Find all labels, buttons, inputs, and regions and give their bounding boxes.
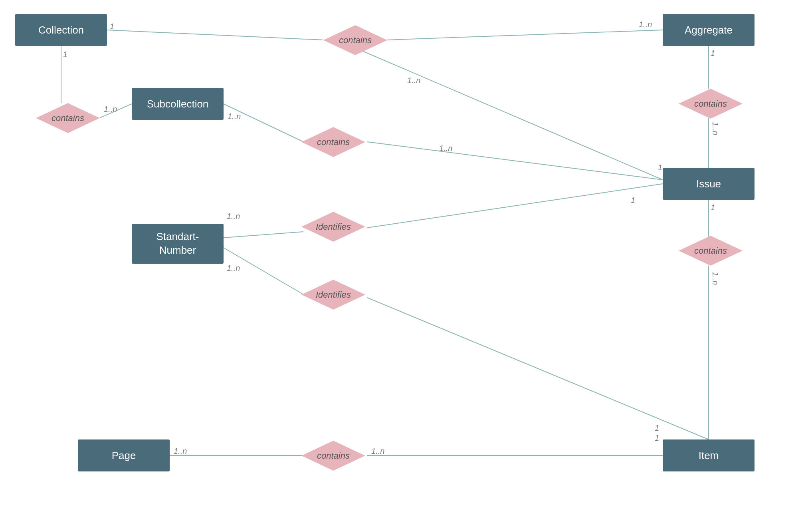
diamond-contains-page: contains <box>301 441 365 471</box>
entity-aggregate: Aggregate <box>663 14 755 46</box>
mult-identifies-top-issue: 1 <box>631 196 635 205</box>
mult-contains-top-aggregate: 1..n <box>639 20 652 29</box>
mult-collection-contains-top-left: 1 <box>110 22 114 31</box>
svg-line-12 <box>367 298 709 439</box>
diamond-contains-sub: contains <box>301 127 365 157</box>
diamond-identifies-bot: Identifies <box>301 280 365 310</box>
mult-issue-contains-sub: 1 <box>658 163 662 172</box>
diamond-contains-issue: contains <box>679 236 743 266</box>
mult-aggregate-down: 1 <box>711 49 715 58</box>
mult-collection-down: 1 <box>63 50 67 59</box>
mult-item-from-page: 1 <box>655 433 659 443</box>
svg-line-1 <box>387 30 663 40</box>
mult-issue-contains-issue: 1 <box>711 203 715 212</box>
entity-standart-number: Standart-Number <box>132 224 224 264</box>
mult-std-identifies-bot: 1..n <box>227 264 240 273</box>
mult-contains-sub-issue: 1..n <box>439 144 452 153</box>
mult-contains-agg-issue: 1..n <box>711 122 720 135</box>
diamond-identifies-top: Identifies <box>301 212 365 242</box>
diagram-container: Collection Aggregate Subcollection Issue… <box>0 0 812 513</box>
svg-line-9 <box>224 232 303 238</box>
mult-contains-page-item: 1..n <box>371 447 384 456</box>
svg-line-6 <box>367 142 663 180</box>
mult-identifies-bot-item: 1 <box>655 424 659 433</box>
entity-page: Page <box>78 439 170 471</box>
svg-line-4 <box>355 48 663 180</box>
svg-line-5 <box>224 104 303 142</box>
mult-contains-top-issue: 1..n <box>407 76 420 85</box>
diamond-contains-left: contains <box>36 103 100 133</box>
mult-contains-issue-item: 1..n <box>711 272 720 285</box>
entity-subcollection: Subcollection <box>132 88 224 120</box>
mult-sub-contains-sub: 1..n <box>228 112 241 121</box>
mult-page-contains-page: 1..n <box>174 447 187 456</box>
entity-item: Item <box>663 439 755 471</box>
mult-std-identifies-top: 1..n <box>227 212 240 221</box>
diamond-contains-agg: contains <box>679 89 743 119</box>
entity-issue: Issue <box>663 168 755 200</box>
svg-line-0 <box>107 30 323 40</box>
entity-collection: Collection <box>15 14 107 46</box>
diamond-contains-top: contains <box>323 25 387 55</box>
svg-line-10 <box>367 184 663 228</box>
mult-contains-left-sub: 1..n <box>104 105 117 114</box>
